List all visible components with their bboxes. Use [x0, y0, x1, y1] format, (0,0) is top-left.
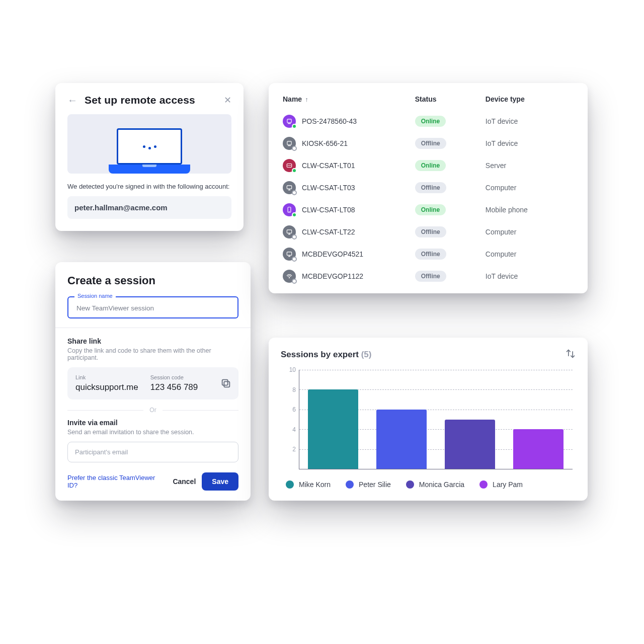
svg-point-21 — [289, 277, 289, 278]
device-icon — [283, 203, 296, 216]
legend-swatch — [479, 480, 488, 489]
svg-rect-0 — [224, 381, 229, 387]
back-icon[interactable]: ← — [67, 95, 77, 105]
y-tick: 4 — [281, 426, 296, 433]
legend-swatch — [286, 480, 294, 489]
device-icon — [283, 159, 296, 172]
device-name: MCBDEVGOP4521 — [302, 250, 363, 258]
status-dot — [292, 234, 297, 239]
device-type: Computer — [486, 250, 574, 258]
session-name-field[interactable]: Session name — [67, 296, 238, 318]
chart-bar — [376, 410, 427, 469]
chart-bar — [308, 389, 358, 469]
device-type: IoT device — [486, 139, 574, 147]
close-icon[interactable]: ✕ — [224, 95, 231, 106]
status-badge: Online — [415, 160, 446, 171]
y-tick: 8 — [281, 386, 296, 393]
legend-label: Lary Pam — [493, 480, 523, 489]
legend-item: Peter Silie — [346, 480, 391, 489]
copy-icon[interactable] — [220, 378, 231, 389]
sort-toggle-icon[interactable] — [566, 349, 576, 361]
status-dot — [292, 190, 297, 195]
or-divider: Or — [143, 407, 162, 414]
status-dot — [292, 279, 297, 284]
svg-rect-2 — [287, 119, 291, 123]
svg-rect-4 — [287, 141, 291, 145]
device-type: Server — [486, 162, 574, 170]
device-type: Computer — [486, 184, 574, 192]
device-name: CLW-CSAT-LT03 — [302, 184, 355, 192]
svg-rect-15 — [287, 230, 291, 233]
legend-label: Monica Garcia — [419, 480, 464, 489]
column-name[interactable]: Name ↑ — [283, 95, 415, 103]
device-type: Computer — [486, 228, 574, 236]
laptop-illustration — [67, 114, 231, 174]
link-label: Link — [75, 374, 138, 380]
column-device-type[interactable]: Device type — [486, 95, 574, 103]
table-row[interactable]: CLW-CSAT-LT03 Offline Computer — [281, 177, 576, 199]
table-row[interactable]: MCBDEVGOP1122 Offline IoT device — [281, 265, 576, 287]
svg-point-8 — [289, 166, 290, 166]
device-name: MCBDEVGOP1122 — [302, 272, 363, 280]
legend-label: Mike Korn — [299, 480, 331, 489]
device-type: IoT device — [486, 117, 574, 125]
device-icon — [283, 137, 296, 150]
chart-title: Sessions by expert (5) — [281, 350, 371, 360]
detected-message: We detected you're signed in with the fo… — [67, 183, 231, 190]
save-button[interactable]: Save — [202, 472, 238, 491]
create-session-title: Create a session — [67, 274, 238, 287]
device-name: CLW-CSAT-LT22 — [302, 228, 355, 236]
table-row[interactable]: POS-2478560-43 Online IoT device — [281, 110, 576, 132]
invite-heading: Invite via email — [67, 419, 238, 427]
svg-point-9 — [290, 166, 291, 166]
share-box: Link quicksupport.me Session code 123 45… — [67, 367, 238, 399]
legend-item: Monica Garcia — [406, 480, 464, 489]
status-badge: Online — [415, 204, 446, 215]
table-row[interactable]: CLW-CSAT-LT01 Online Server — [281, 154, 576, 177]
legend-item: Lary Pam — [479, 480, 523, 489]
session-code-label: Session code — [150, 374, 198, 380]
svg-rect-18 — [287, 252, 291, 255]
session-name-label: Session name — [74, 293, 116, 299]
device-type: IoT device — [486, 272, 574, 280]
setup-remote-access-card: ← Set up remote access ✕ We detected you… — [55, 83, 244, 231]
session-code-value: 123 456 789 — [150, 382, 198, 392]
session-name-input[interactable] — [75, 304, 230, 312]
table-row[interactable]: KIOSK-656-21 Offline IoT device — [281, 132, 576, 154]
link-value: quicksupport.me — [75, 382, 138, 392]
share-link-heading: Share link — [67, 337, 238, 345]
create-session-card: Create a session Session name Share link… — [55, 262, 251, 501]
svg-rect-1 — [222, 380, 228, 385]
status-dot — [292, 146, 297, 151]
device-name: POS-2478560-43 — [302, 117, 357, 125]
device-icon — [283, 225, 296, 238]
status-badge: Offline — [415, 249, 446, 260]
table-row[interactable]: MCBDEVGOP4521 Offline Computer — [281, 243, 576, 265]
table-row[interactable]: CLW-CSAT-LT08 Online Mobile phone — [281, 199, 576, 221]
column-status[interactable]: Status — [415, 95, 486, 103]
status-badge: Offline — [415, 271, 446, 282]
status-badge: Offline — [415, 182, 446, 193]
chart-legend: Mike KornPeter SilieMonica GarciaLary Pa… — [281, 480, 576, 489]
status-badge: Offline — [415, 138, 446, 149]
device-type: Mobile phone — [486, 206, 574, 214]
sort-asc-icon: ↑ — [305, 96, 308, 103]
legend-item: Mike Korn — [286, 480, 331, 489]
y-tick: 6 — [281, 406, 296, 413]
chart-bar — [445, 420, 495, 469]
account-email: peter.hallman@acme.com — [67, 196, 231, 219]
status-badge: Offline — [415, 226, 446, 237]
status-badge: Online — [415, 116, 446, 127]
status-dot — [292, 168, 297, 173]
cancel-button[interactable]: Cancel — [167, 472, 202, 491]
devices-table-card: Name ↑ Status Device type POS-2478560-43… — [269, 83, 588, 293]
y-tick: 2 — [281, 446, 296, 453]
setup-title: Set up remote access — [85, 94, 195, 106]
status-dot — [292, 212, 297, 217]
y-tick: 10 — [281, 366, 296, 373]
legend-swatch — [346, 480, 354, 489]
classic-id-link[interactable]: Prefer the classic TeamViewer ID? — [67, 474, 167, 489]
participant-email-input[interactable]: Participant's email — [67, 442, 238, 462]
table-row[interactable]: CLW-CSAT-LT22 Offline Computer — [281, 221, 576, 243]
device-name: CLW-CSAT-LT01 — [302, 162, 355, 170]
